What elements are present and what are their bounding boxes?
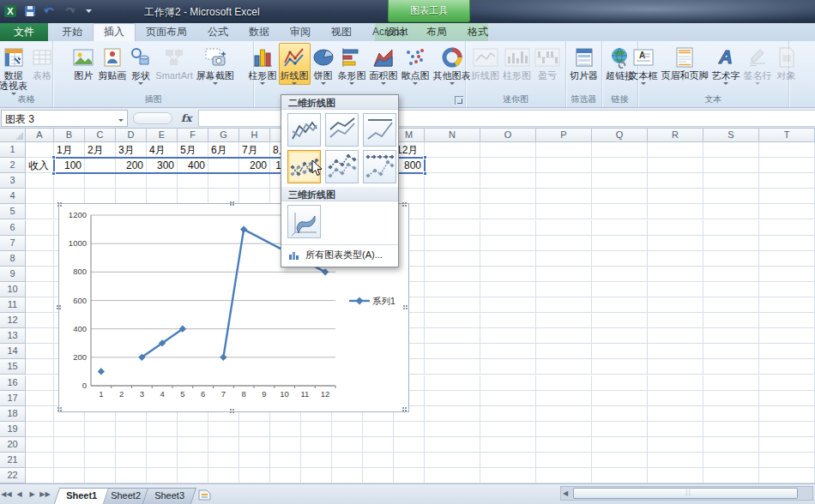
insert-function-icon[interactable]: fx [181, 112, 191, 124]
ribbon-button-piechart[interactable]: 饼图 [311, 43, 336, 85]
cell-A16[interactable] [26, 375, 54, 391]
cell-O13[interactable] [480, 328, 536, 344]
cell-A22[interactable] [26, 468, 54, 483]
cell-T3[interactable] [759, 173, 815, 189]
column-header-F[interactable]: F [178, 129, 208, 142]
cell-R5[interactable] [648, 204, 703, 219]
cell-C4[interactable] [85, 189, 116, 204]
tab-页面布局[interactable]: 页面布局 [136, 23, 197, 41]
cell-O6[interactable] [480, 220, 536, 236]
cell-N2[interactable] [425, 158, 480, 173]
cell-O11[interactable] [480, 297, 536, 313]
cell-P4[interactable] [536, 189, 592, 204]
cell-R9[interactable] [648, 267, 703, 282]
cell-P16[interactable] [536, 375, 592, 391]
cell-E20[interactable] [147, 437, 178, 453]
cell-P19[interactable] [536, 422, 592, 437]
cell-O10[interactable] [480, 282, 536, 297]
cell-Q18[interactable] [592, 406, 648, 422]
cell-R13[interactable] [648, 328, 703, 344]
cell-S12[interactable] [703, 313, 759, 328]
chart-selection-handle[interactable] [56, 304, 62, 310]
cell-S5[interactable] [703, 204, 759, 219]
cell-E4[interactable] [147, 189, 178, 204]
cell-P15[interactable] [536, 359, 592, 375]
cell-S9[interactable] [703, 267, 759, 282]
cell-R17[interactable] [648, 391, 703, 406]
cell-G22[interactable] [208, 468, 239, 483]
cell-N16[interactable] [425, 375, 480, 391]
column-header-R[interactable]: R [648, 129, 703, 142]
cell-G2[interactable] [208, 158, 239, 173]
cell-S17[interactable] [703, 391, 759, 406]
gallery-item-stacked-line-markers[interactable] [325, 150, 359, 183]
cell-M22[interactable] [394, 468, 425, 483]
cell-N7[interactable] [425, 236, 480, 251]
cell-Q10[interactable] [592, 282, 648, 297]
cell-Q2[interactable] [592, 158, 648, 173]
cell-H21[interactable] [239, 453, 270, 468]
horizontal-scrollbar[interactable]: ◀ [560, 486, 813, 501]
cell-S14[interactable] [703, 344, 759, 359]
cell-S11[interactable] [703, 297, 759, 313]
cell-O7[interactable] [480, 236, 536, 251]
cell-G20[interactable] [208, 437, 239, 453]
gallery-item-stacked-line-100[interactable] [363, 113, 396, 147]
cell-J19[interactable] [301, 422, 332, 437]
cell-S18[interactable] [703, 406, 759, 422]
cell-S10[interactable] [703, 282, 759, 297]
chart-selection-handle[interactable] [57, 201, 63, 207]
last-sheet-icon[interactable]: ▶▶ [39, 490, 51, 498]
cell-R7[interactable] [648, 236, 703, 251]
cell-T22[interactable] [759, 468, 815, 483]
row-header-20[interactable]: 20 [0, 437, 26, 453]
cell-F3[interactable] [178, 173, 208, 189]
cell-P3[interactable] [536, 173, 592, 189]
cell-C2[interactable] [85, 158, 116, 173]
cell-T4[interactable] [759, 189, 815, 204]
cell-E21[interactable] [147, 453, 178, 468]
cell-T8[interactable] [759, 251, 815, 267]
cell-A20[interactable] [26, 437, 54, 453]
name-box[interactable]: 图表 3 [1, 110, 128, 127]
row-header-12[interactable]: 12 [0, 313, 26, 328]
prev-sheet-icon[interactable]: ◀ [13, 490, 26, 498]
row-header-8[interactable]: 8 [0, 251, 26, 267]
cell-R21[interactable] [648, 453, 703, 468]
cell-D19[interactable] [116, 422, 147, 437]
cell-H3[interactable] [239, 173, 270, 189]
cell-A3[interactable] [26, 173, 54, 189]
cell-K22[interactable] [332, 468, 363, 483]
cell-R15[interactable] [648, 359, 703, 375]
cell-S15[interactable] [703, 359, 759, 375]
cell-I20[interactable] [270, 437, 301, 453]
row-header-5[interactable]: 5 [0, 204, 26, 219]
ribbon-button-barchart[interactable]: 条形图 [336, 43, 368, 85]
cell-R19[interactable] [648, 422, 703, 437]
cell-N5[interactable] [425, 204, 480, 219]
cell-A13[interactable] [26, 328, 54, 344]
cell-S4[interactable] [703, 189, 759, 204]
cell-J20[interactable] [301, 437, 332, 453]
cell-P2[interactable] [536, 158, 592, 173]
cell-Q8[interactable] [592, 251, 648, 267]
row-header-6[interactable]: 6 [0, 220, 26, 236]
cell-S8[interactable] [703, 251, 759, 267]
cell-P11[interactable] [536, 297, 592, 313]
cell-L22[interactable] [363, 468, 394, 483]
cell-B3[interactable] [54, 173, 85, 189]
ribbon-button-textbox[interactable]: A 文本框 [628, 43, 660, 85]
cell-N6[interactable] [425, 220, 480, 236]
tab-插入[interactable]: 插入 [93, 23, 136, 41]
cell-O4[interactable] [480, 189, 536, 204]
cell-A11[interactable] [26, 297, 54, 313]
cell-P22[interactable] [536, 468, 592, 483]
cell-O19[interactable] [480, 422, 536, 437]
cell-N15[interactable] [425, 359, 480, 375]
cell-S19[interactable] [703, 422, 759, 437]
cell-O8[interactable] [480, 251, 536, 267]
cell-R18[interactable] [648, 406, 703, 422]
cell-F22[interactable] [178, 468, 208, 483]
cell-Q20[interactable] [592, 437, 648, 453]
cell-P17[interactable] [536, 391, 592, 406]
